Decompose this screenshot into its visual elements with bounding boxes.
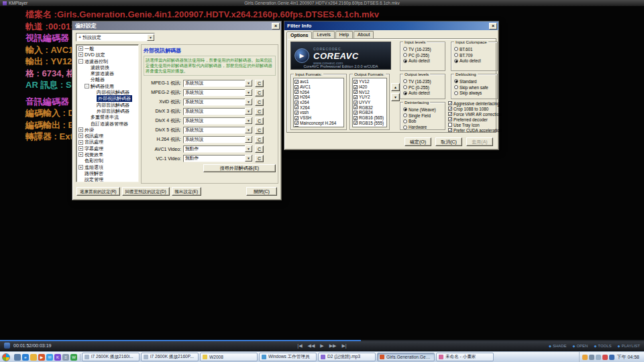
filter-tab[interactable]: About — [354, 31, 374, 38]
tray-icon[interactable] — [609, 355, 614, 360]
tree-item[interactable]: 外部視訊解碼器 — [77, 95, 138, 101]
format-checkbox[interactable]: YUY2 — [354, 95, 386, 100]
tree-expander-icon[interactable]: + — [78, 52, 83, 57]
format-checkbox[interactable]: AVC1 — [294, 84, 343, 90]
option-checkbox[interactable]: Aggressive deinterlacing — [448, 101, 498, 106]
tree-item[interactable]: 分離器 — [77, 76, 138, 82]
filter-info-titlebar[interactable]: Filter Info × — [284, 21, 498, 30]
codec-config-button[interactable]: C — [255, 136, 264, 143]
format-checkbox[interactable]: h264 — [294, 89, 343, 95]
format-checkbox[interactable]: H264 — [294, 95, 343, 100]
codec-dropdown[interactable]: 系統預設 ▼ — [183, 136, 253, 143]
tree-expander-icon[interactable]: + — [78, 165, 83, 170]
codec-dropdown[interactable]: 系統預設 ▼ — [183, 99, 253, 106]
quicklaunch-icon[interactable]: ≡ — [62, 354, 69, 361]
quicklaunch-icon[interactable] — [30, 354, 37, 361]
format-checkbox[interactable]: ArcSoft H.264 — [294, 125, 343, 127]
search-external-decoder-button[interactable]: 搜尋外部解碼器(E) — [203, 164, 276, 172]
taskbar-task-button[interactable]: 未命名 - 小畫家 — [436, 353, 494, 361]
close-button[interactable]: 關閉(C) — [246, 187, 277, 196]
chevron-down-icon[interactable]: ▼ — [245, 80, 252, 86]
tree-item[interactable]: + 一般 — [77, 46, 138, 52]
chevron-down-icon[interactable]: ▼ — [245, 99, 252, 105]
codec-config-button[interactable]: C — [255, 117, 264, 125]
close-icon[interactable]: × — [489, 23, 497, 29]
taskbar-task-button[interactable]: W2008 — [200, 353, 258, 361]
tree-expander-icon[interactable]: + — [78, 133, 83, 138]
tree-item[interactable]: + 視覺效果 — [77, 152, 138, 158]
tree-item[interactable]: + 外掛 — [77, 127, 138, 133]
chevron-down-icon[interactable]: ▼ — [245, 145, 252, 152]
radio-option[interactable]: TV (16-235) — [403, 78, 443, 84]
kmplayer-titlebar[interactable]: KMPlayer Girls.Generation.Genie.4in1.200… — [0, 0, 644, 6]
quicklaunch-icon[interactable]: ▶ — [38, 354, 45, 361]
chevron-down-icon[interactable]: ▼ — [245, 127, 252, 133]
tree-item[interactable]: 來源過濾器 — [77, 70, 138, 76]
codec-config-button[interactable]: C — [255, 80, 264, 87]
radio-option[interactable]: PC (0-255) — [403, 52, 443, 58]
start-button[interactable] — [2, 353, 10, 361]
format-checkbox[interactable]: RGB16 (565) — [354, 115, 386, 121]
tray-icon[interactable] — [582, 355, 588, 360]
radio-option[interactable]: Single Field — [403, 113, 443, 119]
control-bar-shortcut[interactable]: ◆ PLAYLIST — [618, 344, 640, 348]
radio-option[interactable]: Hardware — [403, 124, 443, 130]
tree-item[interactable]: 自訂過濾器管理器 — [77, 121, 138, 127]
chevron-down-icon[interactable]: ▼ — [245, 155, 252, 162]
format-checkbox[interactable]: UYVY — [354, 100, 386, 105]
format-checkbox[interactable]: NV12 — [354, 89, 386, 95]
quicklaunch-icon[interactable]: W — [70, 354, 77, 361]
preferences-titlebar[interactable]: 偏好設定 × — [72, 21, 281, 30]
option-checkbox[interactable]: Preferred decoder — [448, 117, 498, 122]
codec-dropdown[interactable]: 系統預設 ▼ — [183, 127, 253, 134]
codec-dropdown[interactable]: 系統預設 ▼ — [183, 80, 253, 87]
tree-expander-icon[interactable]: + — [78, 146, 83, 151]
option-checkbox[interactable]: Crop 1088 to 1080 — [448, 106, 498, 111]
taskbar-task-button[interactable]: Windows 工作管理員 — [259, 353, 317, 361]
taskbar-task-button[interactable]: D2 (記憶體).mp3 — [318, 353, 376, 361]
quicklaunch-icon[interactable] — [14, 354, 21, 361]
dialog-button[interactable]: 套用(A) — [466, 137, 493, 146]
tree-item[interactable]: + DVD 設定 — [77, 52, 138, 58]
dialog-button[interactable]: 確定(O) — [405, 137, 431, 146]
tree-item[interactable]: 濾鏡切換 — [77, 64, 138, 70]
codec-config-button[interactable]: C — [255, 145, 264, 153]
radio-option[interactable]: TV (16-235) — [403, 46, 443, 52]
filter-tab[interactable]: Help — [335, 31, 353, 38]
prefs-bottom-button[interactable]: 回復至預設的設定(D) — [122, 187, 170, 196]
chevron-down-icon[interactable]: ▼ — [245, 89, 252, 96]
tree-item[interactable]: - 過濾器控制 — [77, 58, 138, 64]
tree-item[interactable]: 多重聲道串流 — [77, 114, 138, 120]
quicklaunch-icon[interactable]: K — [54, 354, 61, 361]
tree-item[interactable]: + 視訊處理 — [77, 133, 138, 139]
tray-icon[interactable] — [589, 355, 594, 360]
radio-option[interactable]: Auto detect — [403, 90, 443, 97]
radio-option[interactable]: Auto detect — [403, 58, 443, 64]
codec-dropdown[interactable]: 系統預設 ▼ — [183, 89, 253, 97]
format-checkbox[interactable]: YV12 — [354, 79, 386, 84]
taskbar-task-button[interactable]: i7 2600K 播放2160P... — [141, 353, 199, 361]
transport-button[interactable]: ▶| — [341, 341, 346, 351]
quicklaunch-icon[interactable]: e — [22, 354, 29, 361]
tree-item[interactable]: 色彩控制 — [77, 158, 138, 164]
taskbar-task-button[interactable]: Girls.Generation.Geni... — [377, 353, 435, 361]
format-checkbox[interactable]: RGB32 — [354, 105, 386, 110]
quicklaunch-icon[interactable]: ✉ — [46, 354, 53, 361]
control-bar-shortcut[interactable]: ◆ SHADE — [549, 344, 567, 348]
tree-expander-icon[interactable]: + — [78, 140, 83, 145]
move-down-button[interactable]: ▼ — [391, 93, 400, 101]
codec-dropdown[interactable]: 系統預設 ▼ — [183, 108, 253, 115]
chevron-down-icon[interactable]: ▼ — [245, 136, 252, 143]
preset-combobox[interactable]: + 預設設定 ▼ — [76, 33, 155, 42]
codec-config-button[interactable]: C — [255, 155, 264, 162]
tree-item[interactable]: - 解碼器使用 — [77, 83, 138, 89]
close-icon[interactable]: × — [272, 23, 280, 29]
tray-icon[interactable] — [596, 355, 601, 360]
codec-config-button[interactable]: C — [255, 108, 264, 115]
codec-config-button[interactable]: C — [255, 89, 264, 97]
radio-option[interactable]: None (Weave) — [403, 107, 443, 113]
format-checkbox[interactable]: x264 — [294, 100, 343, 105]
transport-button[interactable]: ◀◀ — [308, 341, 315, 351]
format-checkbox[interactable]: X264 — [294, 105, 343, 110]
option-checkbox[interactable]: Use Tray Icon — [448, 122, 498, 127]
